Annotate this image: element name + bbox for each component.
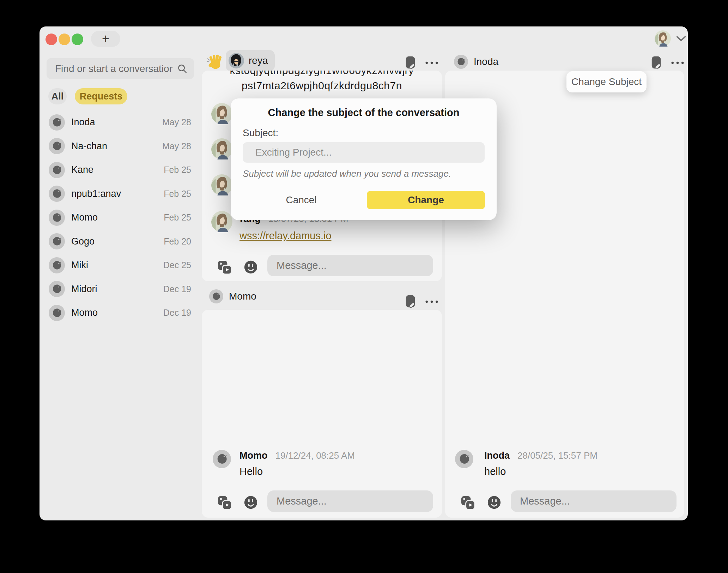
conversation-name: Na-chan (71, 141, 107, 152)
chat-tab-reya[interactable]: reya (226, 50, 275, 71)
conversation-name: Gogo (71, 236, 95, 247)
inoda-header-actions (651, 56, 684, 70)
conversation-date: Dec 19 (163, 284, 191, 294)
change-subject-button[interactable] (405, 56, 416, 70)
npub-line-clipped: kst6qjyqtmpdgziygn1wf060ykzxnvwjry (202, 71, 442, 77)
search-input[interactable] (47, 58, 194, 79)
conversation-date: Feb 25 (164, 212, 191, 223)
conversation-name: Miki (71, 260, 88, 271)
filter-tabs: All Requests (48, 88, 127, 104)
message-input[interactable] (511, 490, 677, 512)
attach-media-button[interactable] (217, 495, 232, 511)
chat-header-momo[interactable]: Momo (209, 289, 256, 303)
rang-avatar (211, 138, 232, 159)
default-avatar-icon (49, 186, 65, 202)
conversation-list-item[interactable]: Momo Dec 19 (47, 301, 194, 325)
default-avatar-icon (49, 281, 65, 297)
conversation-date: Dec 19 (163, 308, 191, 318)
message-header: Inoda 28/05/25, 15:57 PM (484, 450, 597, 461)
account-menu-button[interactable] (655, 30, 686, 47)
conversation-list-item[interactable]: Gogo Feb 20 (47, 230, 194, 254)
default-avatar-icon (49, 138, 65, 154)
subject-field (243, 142, 485, 163)
message-field (511, 490, 677, 512)
cancel-button[interactable]: Cancel (280, 191, 322, 209)
emoji-picker-button[interactable] (243, 260, 258, 275)
change-button[interactable]: Change (367, 191, 485, 209)
attach-media-button[interactable] (217, 259, 232, 275)
conversation-name: Midori (71, 284, 97, 295)
rang-avatar (211, 174, 232, 195)
conversation-list-item[interactable]: Momo Feb 25 (47, 206, 194, 230)
emoji-picker-button[interactable] (243, 495, 258, 510)
conversation-list-item[interactable]: npub1:anav Feb 25 (47, 182, 194, 206)
rang-avatar (211, 103, 232, 124)
conversation-list-item[interactable]: Midori Dec 19 (47, 277, 194, 301)
conversation-date: May 28 (162, 117, 191, 127)
chat-panel-momo: Momo 19/12/24, 08:25 AM Hello (202, 310, 442, 518)
close-window-button[interactable] (46, 34, 57, 45)
message-timestamp: 19/12/24, 08:25 AM (275, 450, 355, 461)
message-input[interactable] (267, 255, 433, 276)
tooltip-text: Change Subject (571, 76, 642, 88)
dialog-title: Change the subject of the conversation (231, 107, 497, 119)
conversation-list-item[interactable]: Inoda May 28 (47, 110, 194, 134)
conversation-list-item[interactable]: Na-chan May 28 (47, 134, 194, 158)
plus-icon: + (102, 32, 109, 45)
zoom-window-button[interactable] (72, 34, 83, 45)
tab-all[interactable]: All (48, 88, 67, 104)
conversation-date: May 28 (162, 141, 191, 151)
conversation-list: Inoda May 28 Na-chan May 28 Kane Feb 25 … (47, 110, 194, 325)
change-subject-dialog: Change the subject of the conversation S… (231, 98, 497, 220)
more-options-button[interactable] (425, 61, 438, 65)
default-avatar-icon (213, 450, 231, 468)
conversation-list-item[interactable]: Miki Dec 25 (47, 253, 194, 277)
account-avatar (655, 30, 671, 47)
message-text: Hello (239, 466, 263, 477)
reya-avatar (229, 53, 244, 68)
default-avatar-icon (49, 162, 65, 178)
default-avatar-icon (49, 210, 65, 226)
conversation-date: Feb 25 (164, 189, 191, 199)
message-sender: Momo (239, 450, 267, 461)
message-input[interactable] (267, 490, 433, 512)
change-subject-button[interactable] (405, 295, 416, 309)
more-options-button[interactable] (671, 61, 684, 65)
subject-label: Subject: (243, 127, 278, 139)
reya-header-actions (405, 56, 438, 70)
message-field (267, 490, 433, 512)
chat-header-inoda[interactable]: Inoda (454, 55, 498, 69)
conversation-date: Feb 25 (164, 165, 191, 175)
conversation-name: Inoda (71, 117, 95, 128)
conversation-list-item[interactable]: Kane Feb 25 (47, 158, 194, 182)
chat-title: reya (249, 55, 268, 66)
conversation-search (47, 58, 194, 79)
default-avatar-icon (454, 55, 468, 69)
emoji-picker-button[interactable] (487, 495, 502, 510)
npub-line: pst7mta2t6wpjh0qfzkdrdgu8ch7n (202, 80, 442, 92)
chat-title: Momo (229, 291, 256, 302)
message-text: hello (484, 466, 506, 477)
new-tab-button[interactable]: + (91, 31, 120, 47)
change-subject-button[interactable] (651, 56, 662, 70)
default-avatar-icon (49, 305, 65, 321)
conversation-name: npub1:anav (71, 188, 121, 199)
conversation-name: Kane (71, 164, 93, 175)
message-timestamp: 28/05/25, 15:57 PM (517, 450, 597, 461)
minimize-window-button[interactable] (59, 34, 70, 45)
relay-link[interactable]: wss://relay.damus.io (239, 230, 332, 242)
app-window: + All Requests Inoda May 28 Na-chan May … (40, 26, 688, 520)
search-icon (177, 63, 188, 74)
default-avatar-icon (49, 233, 65, 249)
momo-header-actions (405, 295, 438, 309)
message-field (267, 255, 433, 276)
more-options-button[interactable] (425, 300, 438, 303)
change-subject-tooltip: Change Subject (566, 71, 647, 92)
message-sender: Inoda (484, 450, 510, 461)
conversation-date: Dec 25 (163, 260, 191, 270)
subject-input[interactable] (243, 142, 485, 163)
chevron-down-icon (676, 36, 686, 42)
tab-requests[interactable]: Requests (75, 88, 127, 104)
attach-media-button[interactable] (460, 495, 476, 511)
dialog-note: Subject will be updated when you send a … (243, 168, 451, 179)
